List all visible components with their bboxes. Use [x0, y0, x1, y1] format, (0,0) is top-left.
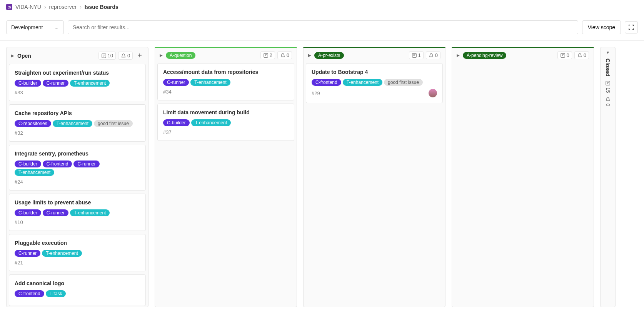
issue-card[interactable]: Access/mount data from repositoriesC-run… [157, 63, 294, 100]
card-title: Update to Bootstrap 4 [312, 69, 437, 75]
fullscreen-button[interactable] [625, 21, 638, 33]
board-column: ▶A-pending-review00 [452, 47, 594, 307]
weight-count: 0 [426, 51, 440, 59]
issue-card[interactable]: Usage limits to prevent abuseC-builderC-… [9, 194, 146, 231]
collapse-caret-icon[interactable]: ▶ [11, 54, 14, 58]
board: ▶Open100+Straighten out experiment/run s… [0, 41, 644, 311]
closed-column-collapsed[interactable]: ▼ Closed 15 0 [600, 47, 616, 307]
issue-count: 2 [260, 51, 275, 59]
avatar[interactable] [429, 89, 437, 97]
card-title: Pluggable execution [15, 240, 140, 246]
label[interactable]: C-runner [73, 161, 99, 167]
column-counts: 20 [260, 51, 292, 59]
issue-card[interactable]: Update to Bootstrap 4C-frontendT-enhance… [306, 63, 443, 103]
svg-rect-5 [265, 55, 266, 56]
svg-rect-2 [103, 56, 104, 56]
board-dropdown-label: Development [11, 24, 43, 30]
issue-count: 10 [98, 52, 116, 60]
label[interactable]: C-frontend [15, 290, 44, 297]
label[interactable]: T-enhancement [70, 209, 110, 216]
weight-count: 0 [605, 97, 611, 106]
label[interactable]: C-runner [163, 79, 189, 86]
expand-caret-icon[interactable]: ▼ [606, 50, 610, 55]
label[interactable]: C-runner [15, 250, 40, 257]
label[interactable]: T-enhancement [70, 80, 110, 87]
breadcrumb: ◔ VIDA-NYU › reproserver › Issue Boards [0, 0, 644, 14]
card-footer: #10 [15, 219, 140, 225]
toolbar: Development ⌄ View scope [0, 14, 644, 41]
org-avatar: ◔ [6, 4, 12, 10]
label[interactable]: C-frontend [312, 79, 341, 86]
card-title: Cache repository APIs [15, 110, 140, 116]
fullscreen-icon [628, 24, 634, 30]
label[interactable]: good first issue [384, 79, 423, 86]
issue-count: 0 [557, 51, 572, 59]
label[interactable]: C-frontend [43, 161, 72, 167]
card-title: Limit data movement during build [163, 109, 289, 115]
collapse-caret-icon[interactable]: ▶ [308, 53, 311, 57]
column-label-pill[interactable]: A-question [166, 52, 195, 59]
svg-rect-7 [413, 54, 415, 55]
issue-card[interactable]: Straighten out experiment/run statusC-bu… [9, 64, 146, 101]
label[interactable]: T-task [46, 290, 66, 297]
card-labels: C-builderC-runnerT-enhancement [15, 209, 140, 216]
card-list [452, 63, 594, 307]
column-header: ▶A-pending-review00 [452, 47, 594, 63]
collapse-caret-icon[interactable]: ▶ [160, 53, 163, 57]
card-title: Access/mount data from repositories [163, 69, 289, 75]
label[interactable]: T-enhancement [191, 119, 231, 126]
label[interactable]: C-builder [15, 161, 41, 167]
column-accent [155, 47, 297, 48]
label[interactable]: T-enhancement [42, 250, 82, 257]
label[interactable]: C-runner [43, 80, 68, 87]
column-title: Closed [605, 59, 611, 77]
breadcrumb-repo[interactable]: reproserver [49, 4, 77, 10]
issue-card[interactable]: Pluggable executionC-runnerT-enhancement… [9, 234, 146, 271]
add-issue-button[interactable]: + [136, 51, 143, 60]
label[interactable]: C-builder [163, 119, 190, 126]
card-labels: C-builderT-enhancement [163, 119, 289, 126]
column-counts: 100 [98, 52, 133, 60]
issue-card[interactable]: Add canonical logoC-frontendT-task [9, 274, 146, 306]
weight-count: 0 [574, 51, 589, 59]
column-label-pill[interactable]: A-pr-exists [314, 52, 344, 59]
chevron-down-icon: ⌄ [54, 24, 59, 30]
column-counts: 10 [409, 51, 440, 59]
card-footer: #21 [15, 260, 140, 266]
label[interactable]: T-enhancement [190, 79, 230, 86]
issue-card[interactable]: Cache repository APIsC-repositoriesT-enh… [9, 104, 146, 142]
issue-ref: #37 [163, 129, 172, 135]
card-title: Straighten out experiment/run status [15, 70, 140, 76]
issue-count: 1 [409, 51, 424, 59]
card-footer: #34 [163, 89, 289, 95]
issue-ref: #34 [163, 89, 172, 95]
board-dropdown[interactable]: Development ⌄ [6, 20, 64, 34]
issue-ref: #33 [15, 90, 23, 95]
issue-card[interactable]: Integrate sentry, prometheusC-builderC-f… [9, 145, 146, 191]
search-input[interactable] [68, 20, 578, 34]
label[interactable]: T-enhancement [15, 169, 54, 176]
label[interactable]: C-builder [15, 209, 41, 216]
issue-ref: #24 [15, 179, 23, 185]
label[interactable]: C-builder [15, 80, 41, 87]
issue-ref: #29 [312, 90, 320, 96]
label[interactable]: T-enhancement [53, 120, 92, 127]
label[interactable]: good first issue [94, 120, 133, 127]
view-scope-button[interactable]: View scope [582, 20, 621, 34]
svg-rect-11 [562, 55, 563, 56]
label[interactable]: T-enhancement [343, 79, 382, 86]
board-column: ▶A-question20Access/mount data from repo… [155, 47, 297, 307]
breadcrumb-current: Issue Boards [85, 4, 118, 10]
issue-card[interactable]: Limit data movement during buildC-builde… [157, 104, 294, 141]
card-labels: C-repositoriesT-enhancementgood first is… [15, 120, 140, 127]
column-label-pill[interactable]: A-pending-review [463, 52, 506, 59]
label[interactable]: C-repositories [15, 120, 51, 127]
collapse-caret-icon[interactable]: ▶ [457, 53, 460, 57]
card-list: Update to Bootstrap 4C-frontendT-enhance… [304, 63, 445, 307]
card-footer: #33 [15, 90, 140, 95]
card-labels: C-runnerT-enhancement [15, 250, 140, 257]
breadcrumb-org[interactable]: VIDA-NYU [15, 4, 41, 10]
label[interactable]: C-runner [43, 209, 68, 216]
card-labels: C-runnerT-enhancement [163, 79, 289, 86]
card-labels: C-builderC-frontendC-runnerT-enhancement [15, 161, 140, 176]
